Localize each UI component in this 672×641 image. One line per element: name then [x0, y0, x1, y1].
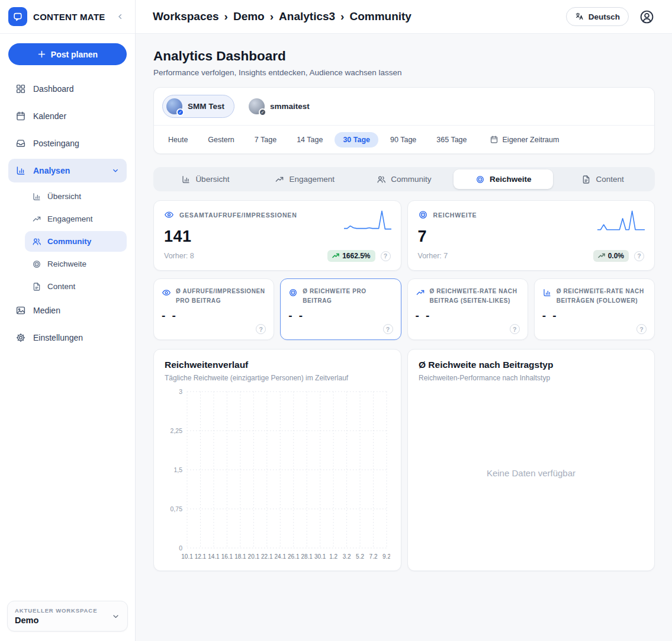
trend-icon: [275, 175, 284, 184]
sidebar-item-label: Community: [47, 237, 91, 246]
sidebar-item-posteingang[interactable]: Posteingang: [8, 132, 127, 155]
sidebar-nav: Post planen Dashboard: [0, 34, 135, 601]
change-value: 0.0%: [608, 252, 624, 260]
sidebar-item-analysen[interactable]: Analysen: [8, 159, 127, 182]
date-range-365-tage[interactable]: 365 Tage: [428, 132, 475, 148]
tab-reichweite[interactable]: Reichweite: [454, 169, 553, 189]
help-icon[interactable]: ?: [634, 251, 644, 261]
sidebar-item-content[interactable]: Content: [25, 276, 127, 297]
sidebar-item-uebersicht[interactable]: Übersicht: [25, 186, 127, 207]
inbox-icon: [15, 138, 26, 149]
date-range-gestern[interactable]: Gestern: [200, 132, 242, 148]
chart-title: Reichweitenverlauf: [165, 360, 390, 370]
date-range-custom-label: Eigener Zeitraum: [503, 136, 560, 144]
mini-card-aufrufe-pro-beitrag[interactable]: Ø AUFRUFE/IMPRESSIONEN PRO BEITRAG - - ?: [153, 278, 274, 340]
target-icon: [32, 259, 41, 269]
image-icon: [15, 305, 26, 316]
date-range-14-tage[interactable]: 14 Tage: [288, 132, 331, 148]
mini-value: - -: [542, 309, 647, 322]
help-icon[interactable]: ?: [256, 324, 266, 334]
page-title: Analytics Dashboard: [153, 49, 655, 64]
svg-text:0,75: 0,75: [171, 505, 183, 512]
breadcrumb-item[interactable]: Analytics3: [279, 10, 335, 23]
sidebar-item-label: Medien: [33, 306, 60, 315]
breadcrumb-item[interactable]: Workspaces: [153, 10, 219, 23]
language-button[interactable]: Deutsch: [566, 7, 629, 26]
sidebar-item-label: Engagement: [47, 214, 93, 223]
sidebar-item-label: Kalender: [33, 111, 66, 121]
help-icon[interactable]: ?: [383, 324, 393, 334]
svg-text:9.2: 9.2: [382, 553, 390, 560]
tab-community[interactable]: Community: [355, 169, 454, 189]
breadcrumb-separator: ›: [340, 10, 344, 23]
svg-text:16.1: 16.1: [221, 553, 233, 560]
workspace-selector[interactable]: AKTUELLER WORKSPACE Demo: [7, 601, 128, 632]
mini-card-reichweite-rate-follower[interactable]: Ø REICHWEITE-RATE NACH BEITRÄGEN (FOLLOW…: [534, 278, 655, 340]
analytics-tabs: Übersicht Engagement Community: [153, 167, 655, 191]
check-badge-icon: ✓: [176, 108, 184, 116]
date-range-7-tage[interactable]: 7 Tage: [246, 132, 285, 148]
date-range-90-tage[interactable]: 90 Tage: [382, 132, 425, 148]
page-subtitle: Performance verfolgen, Insights entdecke…: [153, 68, 655, 77]
help-icon[interactable]: ?: [636, 324, 647, 334]
mini-card-reichweite-rate-seiten-likes[interactable]: Ø REICHWEITE-RATE NACH BEITRAG (SEITEN-L…: [407, 278, 528, 340]
account-menu-button[interactable]: [637, 7, 656, 26]
help-icon[interactable]: ?: [381, 251, 391, 261]
bar-chart-icon: [15, 165, 26, 176]
svg-text:14.1: 14.1: [208, 553, 220, 560]
svg-text:0: 0: [179, 544, 182, 552]
sparkline-chart: [344, 209, 391, 233]
bar-chart-icon: [181, 175, 191, 184]
sidebar-item-label: Dashboard: [33, 84, 74, 94]
account-chip-smmaitest[interactable]: ✓ smmaitest: [245, 95, 319, 117]
chevron-left-icon: [116, 12, 124, 21]
account-avatar: ✓: [249, 98, 265, 114]
mini-title: Ø REICHWEITE-RATE NACH BEITRÄGEN (FOLLOW…: [557, 287, 647, 305]
translate-icon: [575, 12, 584, 21]
stat-card-impressionen[interactable]: GESAMTAUFRUFE/IMPRESSIONEN 141 Vorher: 8…: [153, 200, 401, 271]
sidebar-item-label: Posteingang: [33, 139, 79, 148]
date-range-custom[interactable]: Eigener Zeitraum: [481, 132, 568, 148]
date-range-30-tage[interactable]: 30 Tage: [335, 132, 378, 148]
people-icon: [377, 175, 386, 184]
trend-icon: [32, 214, 41, 224]
eye-icon: [164, 210, 174, 220]
post-planen-button[interactable]: Post planen: [8, 43, 127, 65]
chart-title: Ø Reichweite nach Beitragstyp: [419, 360, 644, 370]
stat-previous: Vorher: 8: [164, 252, 327, 260]
sidebar-item-reichweite[interactable]: Reichweite: [25, 254, 127, 274]
sidebar-item-medien[interactable]: Medien: [8, 299, 127, 322]
speech-bubble-icon: [12, 11, 24, 23]
date-range-heute[interactable]: Heute: [160, 132, 196, 148]
mini-value: - -: [416, 309, 520, 322]
sidebar-item-kalender[interactable]: Kalender: [8, 104, 127, 128]
tab-uebersicht[interactable]: Übersicht: [156, 169, 255, 189]
tab-engagement[interactable]: Engagement: [255, 169, 355, 189]
svg-text:18.1: 18.1: [234, 553, 246, 560]
sidebar-item-community[interactable]: Community: [25, 231, 127, 252]
stat-card-reichweite[interactable]: REICHWEITE 7 Vorher: 7 0.0% ?: [407, 200, 655, 271]
plus-icon: [37, 50, 46, 59]
breadcrumb-item[interactable]: Demo: [233, 10, 265, 23]
stat-title: GESAMTAUFRUFE/IMPRESSIONEN: [179, 211, 297, 219]
topbar: Workspaces › Demo › Analytics3 › Communi…: [136, 0, 672, 34]
trend-up-icon: [332, 252, 339, 259]
svg-text:10.1: 10.1: [181, 553, 193, 560]
svg-text:22.1: 22.1: [261, 553, 273, 560]
breadcrumb-item[interactable]: Community: [349, 10, 411, 23]
main-area: Workspaces › Demo › Analytics3 › Communi…: [136, 0, 672, 641]
sidebar-item-engagement[interactable]: Engagement: [25, 209, 127, 229]
mini-card-reichweite-pro-beitrag[interactable]: Ø REICHWEITE PRO BEITRAG - - ?: [280, 278, 401, 340]
svg-text:2,25: 2,25: [171, 427, 183, 434]
gear-icon: [15, 332, 26, 343]
trend-up-icon: [598, 252, 605, 259]
stat-previous: Vorher: 7: [418, 252, 593, 260]
sidebar-item-einstellungen[interactable]: Einstellungen: [8, 326, 127, 350]
tab-content[interactable]: Content: [553, 169, 652, 189]
sidebar-collapse-button[interactable]: [114, 10, 127, 23]
post-planen-label: Post planen: [51, 50, 98, 59]
account-chip-smm-test[interactable]: ✓ SMM Test: [162, 95, 234, 118]
sidebar-item-dashboard[interactable]: Dashboard: [8, 77, 127, 101]
svg-text:1.2: 1.2: [329, 553, 337, 560]
help-icon[interactable]: ?: [510, 324, 520, 334]
